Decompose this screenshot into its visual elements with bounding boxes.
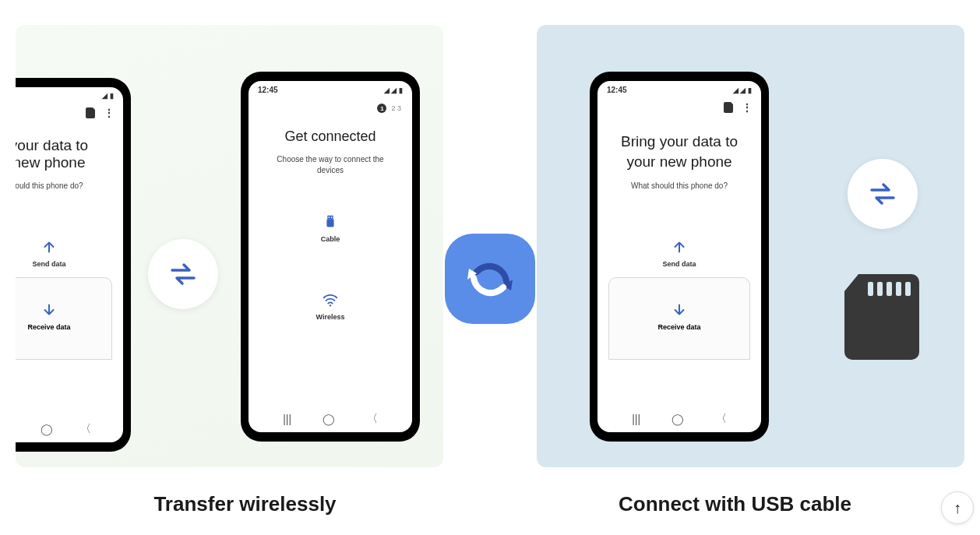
nav-back-icon[interactable]: 〈 — [716, 412, 727, 426]
sd-card-icon — [844, 274, 919, 360]
send-label: Send data — [662, 260, 696, 268]
clock: 12:45 — [258, 86, 278, 94]
svg-rect-9 — [905, 282, 911, 296]
sdcard-icon — [86, 107, 95, 118]
transfer-icon — [148, 239, 218, 309]
svg-rect-7 — [887, 282, 892, 296]
arrow-up-icon: ↑ — [954, 499, 961, 517]
svg-point-4 — [330, 304, 331, 306]
wireless-label: Wireless — [316, 313, 345, 321]
cable-label: Cable — [321, 235, 340, 243]
phone-new-device: 12:45 ◢ ◢ ▮ 1 2 3 Get connected Choose t… — [241, 72, 420, 442]
phone-old-device: ◢ ▮ ⋮ your data to new phone ould this p… — [16, 78, 131, 452]
arrow-down-icon — [671, 301, 688, 319]
send-data-button[interactable]: Send data — [16, 238, 123, 268]
wifi-icon — [322, 291, 339, 308]
status-icons: ◢ ◢ ▮ — [384, 86, 403, 94]
status-icons: ◢ ◢ ▮ — [733, 86, 752, 94]
usb-cable-icon — [322, 213, 339, 231]
nav-bar: ≡ ◯ 〈 — [16, 414, 123, 442]
scroll-top-button[interactable]: ↑ — [941, 491, 974, 524]
svg-rect-5 — [868, 282, 873, 296]
svg-rect-2 — [329, 216, 330, 218]
smart-switch-app-icon — [445, 234, 535, 324]
cable-option[interactable]: Cable — [249, 213, 412, 243]
panel-transfer-wirelessly: ◢ ▮ ⋮ your data to new phone ould this p… — [16, 25, 443, 467]
svg-rect-3 — [331, 216, 332, 218]
arrow-up-icon — [671, 238, 688, 255]
receive-data-button[interactable]: Receive data — [608, 277, 750, 360]
sdcard-icon — [724, 102, 733, 113]
more-icon[interactable]: ⋮ — [742, 102, 752, 113]
status-icons: ◢ ▮ — [102, 92, 114, 100]
svg-rect-0 — [327, 216, 333, 220]
more-icon[interactable]: ⋮ — [104, 107, 114, 118]
page-title: your data to new phone — [16, 137, 123, 171]
nav-bar: ||| ◯ 〈 — [598, 404, 761, 432]
nav-recent-icon[interactable]: ||| — [283, 413, 291, 425]
svg-rect-6 — [877, 282, 883, 296]
page-subtitle: ould this phone do? — [16, 181, 123, 192]
nav-home-icon[interactable]: ◯ — [323, 413, 335, 425]
page-title: Bring your data to your new phone — [598, 132, 761, 171]
clock: 12:45 — [607, 86, 627, 94]
step-indicator: 1 2 3 — [249, 99, 412, 113]
nav-back-icon[interactable]: 〈 — [367, 412, 378, 426]
nav-bar: ||| ◯ 〈 — [249, 404, 412, 432]
transfer-icon — [848, 159, 918, 229]
nav-home-icon[interactable]: ◯ — [41, 423, 53, 435]
caption-right: Connect with USB cable — [490, 492, 980, 516]
nav-recent-icon[interactable]: ||| — [632, 413, 640, 425]
phone-device: 12:45 ◢ ◢ ▮ ⋮ Bring your data to your ne… — [590, 72, 769, 442]
nav-back-icon[interactable]: 〈 — [80, 422, 91, 436]
send-data-button[interactable]: Send data — [598, 238, 761, 268]
caption-left: Transfer wirelessly — [0, 492, 490, 516]
receive-data-button[interactable]: Receive data — [16, 277, 112, 360]
svg-rect-8 — [896, 282, 901, 296]
svg-rect-1 — [326, 219, 333, 227]
send-label: Send data — [32, 260, 65, 268]
page-subtitle: Choose the way to connect the devices — [249, 154, 412, 176]
receive-label: Receive data — [27, 323, 70, 331]
receive-label: Receive data — [657, 323, 700, 331]
panel-connect-usb: 12:45 ◢ ◢ ▮ ⋮ Bring your data to your ne… — [537, 25, 964, 467]
nav-home-icon[interactable]: ◯ — [672, 413, 684, 425]
page-subtitle: What should this phone do? — [598, 181, 761, 192]
page-title: Get connected — [249, 128, 412, 145]
wireless-option[interactable]: Wireless — [249, 291, 412, 321]
